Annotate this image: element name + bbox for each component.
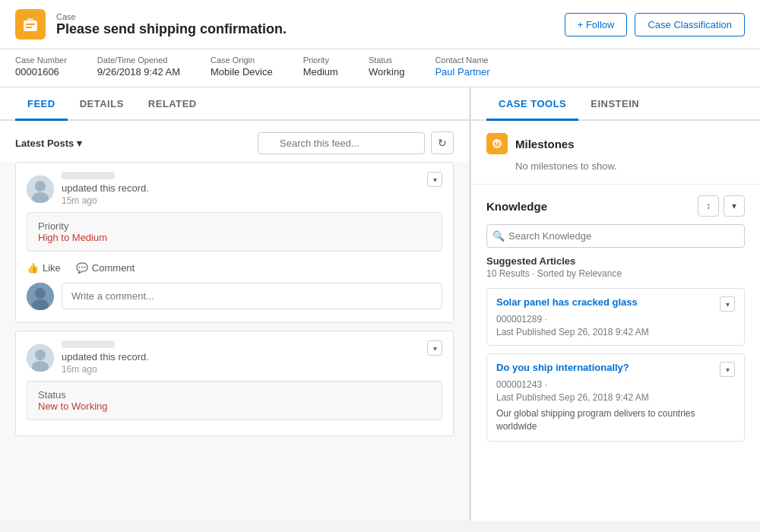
feed-post-1-meta: updated this record. 15m ago [62, 172, 149, 206]
feed-search-area: 🔍 ↻ [258, 131, 454, 154]
header-left: Case Please send shipping confirmation. [15, 9, 287, 40]
post-2-dropdown-button[interactable]: ▾ [427, 340, 442, 356]
knowledge-controls: ↕ ▾ [698, 195, 745, 217]
tab-details[interactable]: DETAILS [68, 87, 136, 121]
comment-icon: 💬 [76, 262, 88, 274]
article-1-meta: 000001289 · [496, 314, 735, 325]
feed-post-2-meta: updated this record. 16m ago [62, 340, 149, 375]
left-panel: FEED DETAILS RELATED Latest Posts ▾ 🔍 ↻ [0, 87, 471, 521]
knowledge-dropdown-button[interactable]: ▾ [724, 195, 745, 217]
dropdown-chevron-icon: ▾ [77, 138, 82, 149]
latest-posts-dropdown[interactable]: Latest Posts ▾ [15, 138, 82, 149]
feed-post-2: updated this record. 16m ago ▾ Status Ne… [15, 331, 454, 436]
meta-priority: Priority Medium [303, 55, 338, 78]
feed-post-1-header: updated this record. 15m ago ▾ [27, 172, 442, 206]
change-card-1: Priority High to Medium [27, 212, 442, 252]
comment-input[interactable] [62, 283, 442, 309]
milestone-icon: M [486, 133, 508, 154]
feed-search-wrap: 🔍 [258, 132, 425, 154]
tab-case-tools[interactable]: CASE TOOLS [486, 87, 578, 121]
origin-value: Mobile Device [211, 66, 273, 78]
tab-feed[interactable]: FEED [15, 87, 68, 121]
case-label: Case [56, 12, 287, 21]
knowledge-search-input[interactable] [486, 224, 745, 248]
avatar-2 [27, 344, 54, 372]
svg-text:M: M [494, 141, 500, 148]
change-value-2: New to Working [38, 401, 431, 412]
milestones-title: Milestones [515, 138, 575, 150]
suggested-articles-label: Suggested Articles [486, 255, 745, 267]
like-icon: 👍 [27, 262, 39, 274]
main-content: FEED DETAILS RELATED Latest Posts ▾ 🔍 ↻ [0, 87, 760, 521]
meta-datetime: Date/Time Opened 9/26/2018 9:42 AM [97, 55, 180, 78]
post-1-dropdown-button[interactable]: ▾ [427, 172, 442, 187]
comment-button[interactable]: 💬 Comment [76, 262, 135, 274]
article-2-meta: 000001243 · [496, 379, 735, 390]
feed-controls: Latest Posts ▾ 🔍 ↻ [0, 121, 469, 162]
status-label: Status [369, 55, 404, 65]
username-placeholder-1 [62, 172, 115, 179]
article-2-published: Last Published Sep 26, 2018 9:42 AM [496, 392, 735, 403]
feed-actions-1: 👍 Like 💬 Comment [27, 258, 442, 275]
meta-contact: Contact Name Paul Partner [435, 55, 489, 78]
feed-post-1-user: updated this record. 15m ago [27, 172, 149, 206]
header-right: + Follow Case Classification [565, 13, 745, 36]
feed-refresh-button[interactable]: ↻ [431, 131, 454, 154]
feed-post-1: updated this record. 15m ago ▾ Priority … [15, 162, 454, 323]
article-2-link[interactable]: Do you ship internationally? [496, 362, 629, 373]
article-1-link[interactable]: Solar panel has cracked glass [496, 296, 638, 308]
case-title-block: Case Please send shipping confirmation. [56, 12, 287, 37]
knowledge-sort-button[interactable]: ↕ [698, 195, 719, 217]
right-panel: CASE TOOLS EINSTEIN M Milestones No mile… [471, 87, 760, 521]
case-number-label: Case Number [15, 55, 67, 65]
tab-related[interactable]: RELATED [136, 87, 209, 121]
change-field-2: Status [38, 389, 431, 401]
contact-name-link[interactable]: Paul Partner [435, 66, 489, 78]
tab-einstein[interactable]: EINSTEIN [578, 87, 651, 121]
feed-post-1-time: 15m ago [62, 195, 149, 206]
article-1-published: Last Published Sep 26, 2018 9:42 AM [496, 327, 735, 337]
case-classification-button[interactable]: Case Classification [635, 13, 745, 36]
article-1-header: Solar panel has cracked glass ▾ [496, 296, 735, 312]
svg-point-5 [35, 181, 46, 192]
svg-rect-1 [27, 18, 33, 22]
article-1-dropdown[interactable]: ▾ [720, 296, 735, 312]
contact-label: Contact Name [435, 55, 489, 65]
datetime-label: Date/Time Opened [97, 55, 180, 65]
knowledge-header: Knowledge ↕ ▾ [486, 195, 745, 217]
change-field-1: Priority [38, 220, 431, 232]
feed-post-1-action: updated this record. [62, 182, 149, 194]
latest-posts-label: Latest Posts [15, 138, 74, 149]
case-title: Please send shipping confirmation. [56, 21, 287, 37]
change-value-1: High to Medium [38, 232, 431, 243]
change-card-2: Status New to Working [27, 381, 442, 420]
origin-label: Case Origin [211, 55, 273, 65]
feed-search-input[interactable] [258, 132, 425, 154]
like-button[interactable]: 👍 Like [27, 262, 61, 274]
feed-post-2-user: updated this record. 16m ago [27, 340, 149, 375]
priority-value: Medium [303, 66, 338, 78]
meta-status: Status Working [369, 55, 404, 78]
priority-label: Priority [303, 55, 338, 65]
feed-area: updated this record. 15m ago ▾ Priority … [0, 162, 469, 521]
knowledge-title: Knowledge [486, 200, 547, 213]
left-tabs: FEED DETAILS RELATED [0, 87, 469, 121]
comment-box [27, 275, 442, 313]
article-2-dropdown[interactable]: ▾ [720, 362, 735, 377]
feed-post-2-header: updated this record. 16m ago ▾ [27, 340, 442, 375]
article-2-header: Do you ship internationally? ▾ [496, 362, 735, 377]
svg-rect-3 [26, 27, 32, 28]
meta-case-number: Case Number 00001606 [15, 55, 67, 78]
right-tabs: CASE TOOLS EINSTEIN [471, 87, 760, 121]
article-card-1: Solar panel has cracked glass ▾ 00000128… [486, 288, 745, 346]
case-icon [15, 9, 46, 40]
milestones-section: M Milestones No milestones to show. [471, 121, 760, 185]
datetime-value: 9/26/2018 9:42 AM [97, 66, 180, 78]
milestones-header: M Milestones [486, 133, 745, 154]
follow-button[interactable]: + Follow [565, 13, 628, 36]
article-card-2: Do you ship internationally? ▾ 000001243… [486, 353, 745, 442]
feed-post-2-time: 16m ago [62, 364, 149, 375]
knowledge-search-wrap: 🔍 [486, 224, 745, 248]
meta-bar: Case Number 00001606 Date/Time Opened 9/… [0, 49, 760, 87]
meta-origin: Case Origin Mobile Device [211, 55, 273, 78]
